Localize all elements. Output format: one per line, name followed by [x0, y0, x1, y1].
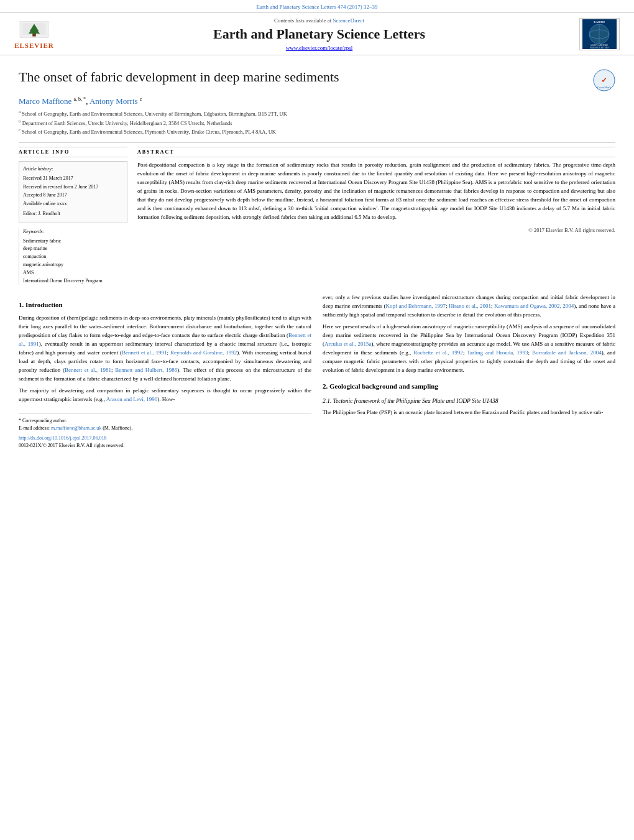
- right-p2: Here we present results of a high-resolu…: [323, 323, 615, 375]
- main-left-col: 1. Introduction During deposition of (he…: [19, 293, 311, 449]
- authors-line: Marco Maffione a, b, *, Antony Morris c: [19, 96, 615, 106]
- intro-p2: The majority of dewatering and compactio…: [19, 387, 311, 404]
- ref-bennett1991[interactable]: Bennett et al., 1991: [19, 332, 311, 347]
- available-row: Available online xxxx: [23, 200, 123, 208]
- journal-citation-text: Earth and Planetary Science Letters 474 …: [256, 4, 377, 10]
- editor-row: Editor: J. Brodholt: [23, 210, 123, 218]
- footnote-doi-text: http://dx.doi.org/10.1016/j.epsl.2017.06…: [19, 435, 106, 441]
- affiliations: a School of Geography, Earth and Environ…: [19, 109, 615, 136]
- article-info-box: Article history: Received 31 March 2017 …: [19, 161, 127, 223]
- footnote-issn-row: 0012-821X/© 2017 Elsevier B.V. All right…: [19, 442, 311, 450]
- right-p1: ever, only a few previous studies have i…: [323, 293, 615, 320]
- svg-text:EARTH: EARTH: [594, 21, 605, 24]
- geo-p1: The Philippine Sea Plate (PSP) is an oce…: [323, 408, 615, 417]
- footnote-email-row: E-mail address: m.maffione@bham.ac.uk (M…: [19, 425, 311, 432]
- copyright: © 2017 Elsevier B.V. All rights reserved…: [137, 227, 615, 233]
- ref-bennett1986[interactable]: Bennett and Hulbert, 1986: [115, 367, 177, 373]
- ref-borradaile2004[interactable]: Borradaile and Jackson, 2004: [532, 349, 602, 356]
- received-revised-row: Received in revised form 2 June 2017: [23, 183, 123, 192]
- article-info-header: ARTICLE INFO: [19, 147, 127, 157]
- elsevier-label: ELSEVIER: [14, 42, 54, 49]
- keyword-0: Sedimentary fabric: [23, 238, 127, 246]
- affil-a: a School of Geography, Earth and Environ…: [19, 109, 615, 118]
- author2-link[interactable]: Antony Morris: [90, 96, 140, 106]
- crossmark-icon: ✓ CrossMark: [593, 69, 615, 91]
- divider: [19, 142, 615, 143]
- keyword-2: compaction: [23, 253, 127, 261]
- author1-name: Marco Maffione: [19, 96, 71, 106]
- ref-tarling1993[interactable]: Tarling and Hrouda, 1993: [467, 349, 528, 356]
- abstract-header: ABSTRACT: [137, 147, 615, 157]
- keyword-1: deep marine: [23, 245, 127, 253]
- main-right-col: ever, only a few previous studies have i…: [323, 293, 615, 449]
- sup-c: c: [19, 127, 21, 132]
- journal-center: Contents lists available at ScienceDirec…: [62, 17, 576, 51]
- ref-kopf1997[interactable]: Kopf and Behrmann, 1997: [385, 303, 446, 309]
- ref-bennett1991b[interactable]: Bennett et al., 1991: [122, 349, 167, 356]
- received-row: Received 31 March 2017: [23, 175, 123, 183]
- footnote-issn-text: 0012-821X/© 2017 Elsevier B.V. All right…: [19, 443, 124, 448]
- svg-text:✓: ✓: [601, 76, 607, 85]
- article-title-container: The onset of fabric development in deep …: [19, 69, 615, 91]
- keyword-3: magnetic anisotropy: [23, 261, 127, 269]
- elsevier-logo: ELSEVIER: [6, 17, 62, 51]
- svg-text:SCIENCE LETTERS: SCIENCE LETTERS: [590, 47, 609, 49]
- affil-b-text: Department of Earth Sciences, Utrecht Un…: [22, 120, 232, 126]
- ref-kawamura2002[interactable]: Kawamura and Ogawa, 2002, 2004: [494, 303, 574, 309]
- abstract-col: ABSTRACT Post-depositional compaction is…: [137, 147, 615, 285]
- footnote-area: * Corresponding author. E-mail address: …: [19, 413, 311, 450]
- earth-logo-svg: EARTH AND PLANETARY SCIENCE LETTERS: [582, 19, 617, 49]
- accepted-row: Accepted 8 June 2017: [23, 192, 123, 200]
- contents-line: Contents lists available at ScienceDirec…: [62, 17, 576, 24]
- affil-c: c School of Geography, Earth and Environ…: [19, 127, 615, 136]
- journal-header: ELSEVIER Contents lists available at Sci…: [0, 12, 634, 55]
- affil-c-text: School of Geography, Earth and Environme…: [22, 129, 276, 135]
- svg-text:CrossMark: CrossMark: [597, 86, 612, 89]
- sciencedirect-link[interactable]: ScienceDirect: [333, 17, 364, 24]
- keyword-5: International Ocean Discovery Program: [23, 277, 127, 285]
- affil-b: b Department of Earth Sciences, Utrecht …: [19, 118, 615, 127]
- sup-b: b: [19, 119, 21, 124]
- footnote-email-name: (M. Maffione).: [103, 425, 132, 431]
- geo-subsection-title: 2.1. Tectonic framework of the Philippin…: [323, 397, 615, 406]
- sup-a: a: [19, 109, 21, 114]
- elsevier-tree-icon: [16, 19, 53, 40]
- journal-title-header: Earth and Planetary Science Letters: [62, 26, 576, 42]
- article-body: The onset of fabric development in deep …: [0, 55, 634, 456]
- keywords-label: Keywords:: [23, 228, 127, 236]
- footnote-star-text: * Corresponding author.: [19, 418, 67, 423]
- contents-text: Contents lists available at: [274, 17, 331, 24]
- ref-bennett1981[interactable]: Bennett et al., 1981: [65, 367, 111, 373]
- affil-a-text: School of Geography, Earth and Environme…: [22, 111, 287, 117]
- abstract-text: Post-depositional compaction is a key st…: [137, 161, 615, 222]
- svg-rect-4: [32, 34, 36, 37]
- article-title-text: The onset of fabric development in deep …: [19, 69, 587, 85]
- keywords-section: Keywords: Sedimentary fabric deep marine…: [19, 228, 127, 285]
- earth-logo-box: EARTH AND PLANETARY SCIENCE LETTERS: [579, 18, 620, 50]
- footnote-email-link[interactable]: m.maffione@bham.ac.uk: [51, 425, 103, 431]
- earth-logo: EARTH AND PLANETARY SCIENCE LETTERS: [576, 17, 623, 51]
- ref-arculus2015[interactable]: Arculus et al., 2015a: [324, 341, 372, 347]
- journal-citation: Earth and Planetary Science Letters 474 …: [0, 0, 634, 12]
- ref-hirano2001[interactable]: Hirano et al., 2001: [449, 303, 491, 309]
- intro-section-title: 1. Introduction: [19, 300, 311, 310]
- main-text: 1. Introduction During deposition of (he…: [19, 293, 615, 449]
- ref-arason1990[interactable]: Arason and Levi, 1990: [106, 396, 157, 402]
- footnote-doi-link[interactable]: http://dx.doi.org/10.1016/j.epsl.2017.06…: [19, 435, 106, 441]
- author1-link[interactable]: Marco Maffione: [19, 96, 74, 106]
- intro-p1: During deposition of (hemi)pelagic sedim…: [19, 314, 311, 384]
- journal-url: www.elsevier.com/locate/epsl: [62, 45, 576, 51]
- author2-sup: c: [140, 96, 142, 102]
- info-abstract-cols: ARTICLE INFO Article history: Received 3…: [19, 147, 615, 285]
- ref-rochette1992[interactable]: Rochette et al., 1992: [413, 349, 463, 356]
- footnote-doi-row: http://dx.doi.org/10.1016/j.epsl.2017.06…: [19, 435, 311, 442]
- footnote-email-text: m.maffione@bham.ac.uk: [51, 425, 101, 431]
- footnote-email-label: E-mail address:: [19, 425, 50, 431]
- author1-sup: a, b, *: [74, 96, 86, 102]
- geo-section-title: 2. Geological background and sampling: [323, 381, 615, 392]
- keyword-4: AMS: [23, 269, 127, 277]
- ref-reynolds1992[interactable]: Reynolds and Gorsline, 1992: [170, 349, 237, 356]
- author2-name: Antony Morris: [90, 96, 138, 106]
- footnote-star: * Corresponding author.: [19, 417, 311, 425]
- article-history-label: Article history:: [23, 165, 123, 173]
